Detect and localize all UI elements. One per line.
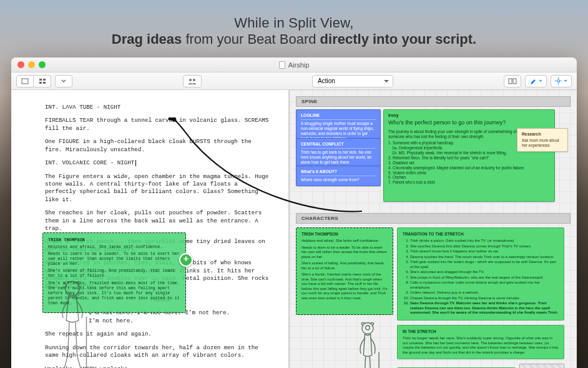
view-page-button[interactable] (16, 75, 34, 87)
list-item: 7. Parent who's lost a child (388, 180, 550, 185)
character-illustration (346, 320, 390, 368)
card-title: CENTRAL CONFLICT (301, 142, 376, 149)
card-text: Ask mom more about her experiences (522, 138, 563, 148)
cards-icon (39, 78, 46, 84)
list-item: Orders takeout. Delivery guy is a warloc… (410, 291, 559, 296)
list-item: She jumps in front of Riley/Malcolm, who… (410, 276, 559, 281)
close-icon[interactable] (17, 61, 24, 68)
card-title: IN THE STRETCH (403, 329, 559, 334)
list-item: 5. Violent victim crime (388, 171, 550, 176)
settings-button[interactable] (551, 75, 572, 87)
list-item: She touches Deanna first after Deanna co… (410, 244, 559, 249)
svg-rect-8 (513, 79, 516, 84)
split-view-button[interactable] (504, 75, 521, 87)
list-item: 4. Chronically unemployed. Maybe shamed … (388, 166, 550, 171)
svg-rect-7 (509, 79, 512, 84)
collaborate-button[interactable] (183, 75, 202, 87)
beat-card-irony[interactable]: Irony Who's the perfect person to go on … (383, 109, 555, 202)
card-text: Needs to learn to be a leader. To be abl… (48, 252, 180, 267)
beat-card-research[interactable]: Research Ask mom more about her experien… (517, 128, 568, 152)
highlighter-button[interactable] (525, 75, 547, 87)
highlighter-icon (529, 78, 537, 84)
promo-line2: Drag ideas from your Beat Board directly… (12, 31, 576, 47)
list-item: 6. Orphan (388, 175, 550, 180)
svg-rect-1 (39, 79, 42, 81)
card-title: Irony (388, 113, 550, 118)
titlebar: Airship (11, 57, 577, 72)
svg-rect-3 (39, 82, 42, 84)
toolbar: Action (11, 72, 577, 90)
list-item: 2. Reformed felon. She is literally told… (388, 156, 550, 161)
window-title: Airship (288, 61, 310, 69)
card-question: Who's the perfect person to go on this j… (388, 119, 550, 126)
svg-point-16 (362, 323, 373, 334)
add-icon: + (179, 253, 193, 267)
page-icon (21, 78, 29, 84)
svg-rect-2 (43, 79, 46, 81)
svg-point-9 (557, 80, 560, 82)
script-editor[interactable]: INT. LAVA TUBE - NIGHT FIREBALLS TEAR th… (11, 90, 288, 368)
maximize-icon[interactable] (39, 61, 46, 68)
beat-card-trish[interactable]: TRISH THOMPSON Helpless and afraid. She … (296, 227, 393, 315)
beat-card-transition[interactable]: TRANSITION TO THE STRETCH Trish drinks a… (397, 227, 564, 321)
card-text: Trish has to get back to her kids. No on… (301, 150, 376, 165)
list-item: Trish gets sucked into the stolen drugs … (410, 260, 559, 269)
app-window: Airship Action (11, 57, 577, 368)
minimize-icon[interactable] (28, 61, 35, 68)
card-title: TRISH THOMPSON (301, 232, 388, 237)
card-text: Helpless and afraid. She lacks self-conf… (301, 239, 388, 244)
chevron-down-icon (61, 79, 66, 83)
list-item: Chases Deanna through the TV, thinking D… (410, 296, 559, 301)
beat-card-stretch[interactable]: IN THE STRETCH Trish no longer needs her… (397, 325, 564, 359)
list-item: Trish drinks a potion. Gets sucked into … (410, 239, 559, 244)
card-text: Needs to learn to be a leader. To be abl… (301, 246, 388, 260)
list-item: Deanna touches the hand. The touch sends… (410, 255, 559, 260)
scene-heading: INT. VOLCANIC CORE - NIGHT (45, 159, 270, 167)
section-header-characters: CHARACTERS (296, 213, 571, 224)
list-item: She's abducted and dragged through the T… (410, 270, 559, 275)
svg-point-18 (366, 326, 370, 330)
list-item: Calls a mysterious number (calls some bi… (410, 281, 559, 290)
svg-point-5 (189, 79, 192, 81)
card-title: LOGLINE (301, 113, 376, 120)
split-view-icon (508, 78, 517, 84)
action-text: FIREBALLS TEAR through a tunnel carved i… (45, 117, 270, 132)
list-item: Sees Deanna through TV. Malcolm sees her… (410, 301, 559, 316)
chevron-down-button[interactable] (55, 75, 72, 87)
element-select-label: Action (318, 77, 335, 84)
card-title: TRISH THOMPSON (48, 237, 180, 243)
card-text: Helpless and afraid. She lacks self-conf… (48, 245, 180, 250)
svg-point-6 (193, 79, 195, 81)
beat-card-image[interactable] (519, 364, 564, 368)
document-icon (279, 61, 285, 69)
scene-heading: INT. LAVA TUBE - NIGHT (45, 104, 270, 111)
card-text: She's scared of failing. And predictably… (301, 261, 388, 271)
view-cards-button[interactable] (34, 75, 51, 87)
card-text: Trish no longer needs her cane. She's su… (403, 336, 559, 355)
section-header-spine: SPINE (296, 96, 571, 107)
card-title: Research (522, 132, 563, 137)
svg-point-14 (66, 281, 80, 296)
card-text: Where does strength come from? (301, 177, 376, 182)
chevron-down-icon (564, 79, 567, 82)
beat-card-conflict[interactable]: CENTRAL CONFLICT Trish has to get back t… (296, 138, 381, 169)
svg-rect-0 (22, 79, 28, 84)
action-text: One FIGURE in a high-collared black cloa… (45, 138, 270, 154)
card-title: What's it ABOUT? (301, 169, 376, 176)
people-icon (187, 78, 197, 84)
list-item: 3. Disabled vet (388, 161, 550, 166)
svg-rect-4 (43, 82, 46, 84)
character-illustration (47, 277, 97, 368)
action-text: The Figure enters a wide, open chamber i… (45, 173, 270, 204)
list-item: Trish doesn't know how it happens and ne… (410, 249, 559, 254)
gear-icon (555, 77, 562, 84)
promo-line1: While in Split View, (12, 15, 576, 31)
text-caret (135, 160, 136, 166)
beat-card-about[interactable]: What's it ABOUT? Where does strength com… (296, 166, 381, 186)
beat-board[interactable]: SPINE LOGLINE A struggling single mother… (290, 90, 577, 368)
card-title: TRANSITION TO THE STRETCH (403, 232, 559, 237)
chevron-down-icon (539, 79, 542, 82)
card-text: She's a frantic, frazzled manic-mess mos… (301, 272, 388, 301)
element-select[interactable]: Action (312, 75, 393, 87)
action-text: She reaches in her cloak, pulls out pouc… (45, 209, 270, 232)
